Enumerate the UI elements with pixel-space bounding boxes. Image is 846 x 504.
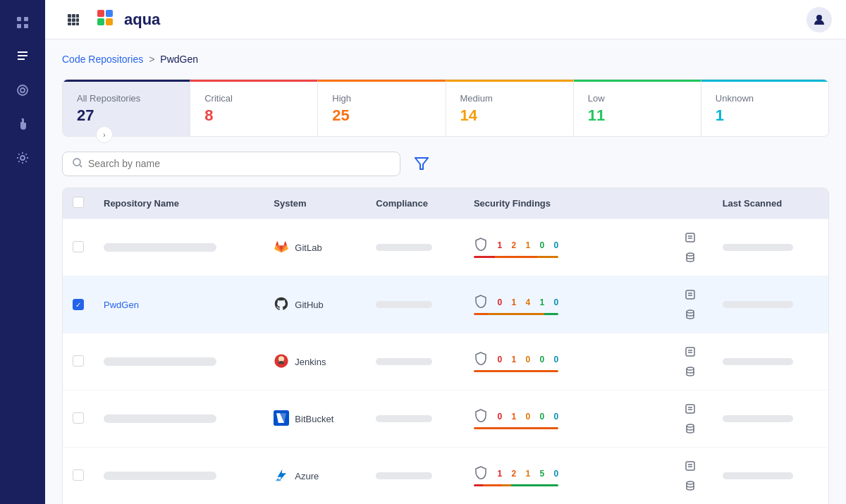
findings-unknown: 0	[551, 355, 561, 364]
repo-name-link[interactable]: PwdGen	[104, 300, 139, 310]
row-checkbox-cell	[63, 448, 94, 505]
col-header-security-findings: Security Findings	[464, 188, 670, 219]
findings-low: 0	[537, 412, 547, 422]
svg-rect-19	[106, 18, 113, 25]
stat-card-low[interactable]: Low 11	[574, 80, 701, 136]
sidebar-item-settings[interactable]	[8, 144, 37, 172]
stat-card-all[interactable]: All Repositories 27	[63, 80, 190, 136]
stat-card-unknown-label: Unknown	[716, 93, 814, 104]
repo-name-skeleton	[104, 357, 216, 366]
stat-card-medium[interactable]: Medium 14	[446, 80, 574, 136]
row-compliance-cell	[366, 391, 464, 448]
stat-card-unknown[interactable]: Unknown 1	[701, 80, 828, 136]
stat-card-all-value: 27	[77, 106, 176, 125]
findings-high: 1	[509, 297, 519, 307]
filter-button[interactable]	[409, 151, 434, 176]
database-icon[interactable]	[680, 247, 700, 267]
row-actions-cell	[670, 448, 713, 505]
svg-rect-12	[76, 18, 79, 22]
breadcrumb-parent[interactable]: Code Repositories	[62, 54, 143, 65]
database-icon[interactable]	[680, 362, 700, 381]
findings-shield-icon	[474, 294, 488, 310]
app-grid-icon[interactable]	[59, 6, 87, 34]
sidebar-toggle-button[interactable]: ›	[96, 126, 113, 143]
svg-rect-14	[72, 23, 75, 25]
list-view-icon[interactable]	[680, 342, 700, 362]
database-icon[interactable]	[680, 476, 700, 496]
list-view-icon[interactable]	[680, 285, 700, 305]
search-box	[62, 152, 400, 176]
repo-name-skeleton	[104, 472, 216, 480]
svg-point-42	[687, 424, 694, 427]
row-checkbox-4[interactable]	[73, 412, 84, 424]
row-checkbox-1[interactable]	[73, 241, 84, 252]
svg-rect-17	[106, 10, 113, 17]
row-actions-cell	[670, 333, 713, 391]
svg-rect-2	[17, 24, 21, 28]
row-actions-cell	[670, 219, 713, 276]
svg-rect-34	[686, 348, 694, 356]
svg-rect-43	[686, 462, 694, 470]
sidebar-item-grid[interactable]	[8, 8, 37, 37]
stat-card-high[interactable]: High 25	[318, 80, 446, 136]
row-compliance-cell	[366, 219, 464, 276]
sidebar	[0, 0, 45, 504]
breadcrumb: Code Repositories > PwdGen	[62, 54, 829, 65]
row-checkbox-3[interactable]	[73, 355, 84, 367]
compliance-skeleton	[376, 415, 432, 422]
findings-low: 5	[537, 469, 547, 479]
table-row: Azure 1 2 1 5 0	[63, 448, 828, 505]
svg-rect-1	[24, 17, 28, 21]
system-icon-jenkins	[274, 353, 289, 371]
stat-card-all-label: All Repositories	[77, 93, 176, 104]
breadcrumb-separator: >	[149, 54, 154, 65]
row-findings-cell: 1 2 1 0 0	[464, 219, 670, 276]
sidebar-item-repositories[interactable]	[8, 42, 37, 70]
list-view-icon[interactable]	[680, 228, 700, 247]
svg-point-4	[18, 85, 27, 95]
row-checkbox-cell	[63, 333, 94, 391]
table-row: Jenkins 0 1 0 0 0	[63, 333, 828, 391]
select-all-checkbox[interactable]	[73, 197, 84, 208]
row-checkbox-5[interactable]	[73, 469, 84, 481]
row-checkbox-2[interactable]: ✓	[73, 299, 84, 310]
row-findings-cell: 0 1 0 0 0	[464, 391, 670, 448]
findings-unknown: 0	[551, 297, 561, 307]
findings-unknown: 0	[551, 412, 561, 422]
system-label: GitLab	[295, 242, 321, 253]
database-icon[interactable]	[680, 305, 700, 324]
row-findings-cell: 0 1 0 0 0	[464, 333, 670, 391]
findings-medium: 1	[523, 240, 533, 250]
list-view-icon[interactable]	[680, 399, 700, 419]
stat-cards-container: All Repositories 27 Critical 8 High 25 M…	[62, 79, 829, 137]
findings-shield-icon	[474, 351, 488, 367]
findings-low: 0	[537, 240, 547, 250]
svg-point-6	[20, 156, 25, 160]
system-label: BitBucket	[295, 414, 333, 424]
repo-name-skeleton	[104, 243, 216, 252]
stat-card-critical[interactable]: Critical 8	[190, 80, 318, 136]
findings-shield-icon	[474, 465, 488, 481]
row-last-scanned-cell	[713, 333, 828, 391]
search-input[interactable]	[88, 158, 390, 169]
row-findings-cell: 0 1 4 1 0	[464, 276, 670, 333]
svg-rect-16	[97, 10, 104, 17]
compliance-skeleton	[376, 301, 432, 308]
topbar: aqua	[45, 0, 846, 39]
last-scanned-skeleton	[723, 301, 793, 308]
main-container: aqua › Code Repositories > PwdGen All Re…	[45, 0, 846, 504]
sidebar-item-scan[interactable]	[8, 76, 37, 104]
repo-name-skeleton	[104, 414, 216, 423]
system-label: Azure	[295, 471, 319, 481]
svg-point-5	[20, 88, 25, 92]
sidebar-item-hand[interactable]	[8, 110, 37, 138]
system-icon-github	[274, 296, 289, 314]
row-repo-name-cell	[94, 333, 264, 391]
user-profile-icon[interactable]	[807, 7, 832, 32]
stat-card-high-value: 25	[332, 106, 431, 125]
system-icon-gitlab	[274, 239, 289, 257]
database-icon[interactable]	[680, 419, 700, 438]
list-view-icon[interactable]	[680, 456, 700, 476]
last-scanned-skeleton	[723, 415, 793, 422]
logo-text: aqua	[124, 11, 160, 29]
